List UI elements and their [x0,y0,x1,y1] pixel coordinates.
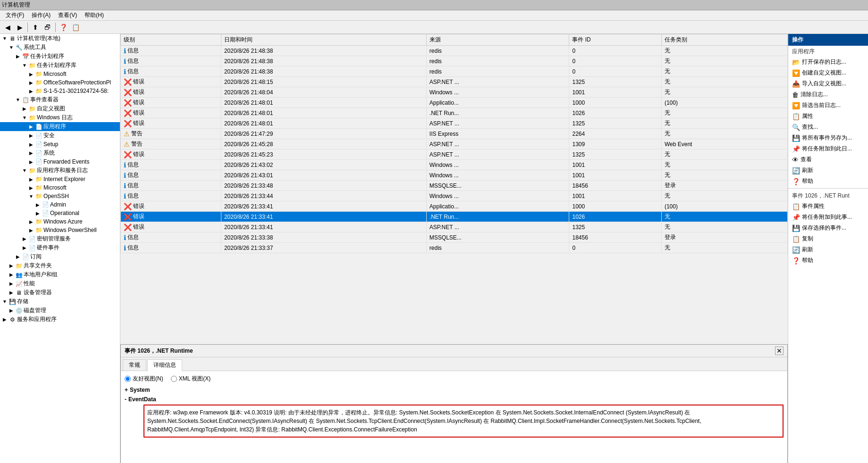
tab-general[interactable]: 常规 [123,359,146,371]
tree-toggle-hardware-events[interactable]: ▶ [21,244,28,252]
tree-node-setup-log[interactable]: ▶📄Setup [0,140,120,149]
radio-xml[interactable]: XML 视图(X) [171,375,211,383]
menu-help[interactable]: 帮助(H) [81,10,108,20]
tree-node-credential-manager[interactable]: ▶📄密钥管理服务 [0,234,120,243]
tree-node-local-users[interactable]: ▶👥本地用户和组 [0,270,120,279]
table-row[interactable]: ℹ信息2020/8/26 21:33:38MSSQLSE...18456登录 [121,232,788,243]
tree-node-windows-powershell[interactable]: ▶📁Windows PowerShell [0,226,120,234]
section-system-title[interactable]: + System [125,387,784,393]
table-row[interactable]: ℹ信息2020/8/26 21:48:38redis0无 [121,56,788,66]
tree-node-microsoft[interactable]: ▶📁Microsoft [0,70,120,78]
tree-node-disk-mgmt[interactable]: ▶💿磁盘管理 [0,306,120,315]
tree-node-hardware-events[interactable]: ▶📄硬件事件 [0,243,120,252]
tree-toggle-system-tools[interactable]: ▼ [8,44,15,51]
tree-toggle-microsoft[interactable]: ▶ [27,70,35,78]
tree-node-performance[interactable]: ▶📈性能 [0,279,120,288]
tree-toggle-computer[interactable]: ▼ [1,35,8,42]
right-event-action-[interactable]: ❓帮助 [788,255,868,266]
col-source[interactable]: 来源 [426,34,569,46]
tree-node-system-log[interactable]: ▶📄系统 [0,149,120,157]
table-row[interactable]: ℹ信息2020/8/26 21:43:01Windows ...1001无 [121,170,788,181]
table-row[interactable]: ℹ信息2020/8/26 21:33:48MSSQLSE...18456登录 [121,181,788,191]
tree-node-s-1-5[interactable]: ▶📁S-1-5-21-3021924724-58: [0,87,120,95]
menu-action[interactable]: 操作(A) [28,10,54,20]
tree-node-windows-logs[interactable]: ▼📁Windows 日志 [0,113,120,122]
table-row[interactable]: ℹ信息2020/8/26 21:48:38redis0无 [121,46,788,56]
tree-node-device-manager[interactable]: ▶🖥设备管理器 [0,288,120,297]
right-action-[interactable]: 💾将所有事件另存为... [788,132,868,143]
tree-node-microsoft2[interactable]: ▶📁Microsoft [0,183,120,192]
event-list[interactable]: 级别 日期和时间 来源 事件 ID 任务类别 ℹ信息2020/8/26 21:4… [120,34,788,344]
tree-toggle-event-viewer[interactable]: ▼ [14,96,22,104]
tree-toggle-forwarded[interactable]: ▶ [27,158,35,165]
right-action-[interactable]: 🔄刷新 [788,165,868,176]
right-action-[interactable]: 🔍查找... [788,122,868,132]
col-taskcategory[interactable]: 任务类别 [661,34,787,46]
properties-button[interactable]: 📋 [70,22,81,33]
back-button[interactable]: ◀ [2,22,13,33]
table-row[interactable]: ⚠警告2020/8/26 21:45:28ASP.NET ...1309Web … [121,139,788,149]
tree-toggle-operational[interactable]: ▶ [34,209,42,217]
tree-node-office-protection[interactable]: ▶📁OfficeSoftwareProtectionPl [0,78,120,87]
table-row[interactable]: ❌错误2020/8/26 21:33:41ASP.NET ...1325无 [121,222,788,232]
tree-node-storage[interactable]: ▼💾存储 [0,297,120,306]
table-row[interactable]: ℹ信息2020/8/26 21:48:38redis0无 [121,66,788,77]
tree-toggle-device-manager[interactable]: ▶ [8,289,15,297]
tree-node-system-tools[interactable]: ▼🔧系统工具 [0,43,120,52]
tree-toggle-setup-log[interactable]: ▶ [27,141,35,148]
tree-node-event-viewer[interactable]: ▼📋事件查看器 [0,95,120,104]
tree-toggle-system-log[interactable]: ▶ [27,149,35,157]
table-row[interactable]: ❌错误2020/8/26 21:45:23ASP.NET ...1325无 [121,149,788,160]
tree-toggle-shared-folders[interactable]: ▶ [8,262,15,270]
tree-toggle-subscription[interactable]: ▶ [14,253,22,261]
table-row[interactable]: ❌错误2020/8/26 21:48:04Windows ...1001无 [121,87,788,98]
tree-toggle-windows-powershell[interactable]: ▶ [27,226,35,234]
tree-toggle-app-service-logs[interactable]: ▼ [21,167,28,174]
tree-node-computer[interactable]: ▼🖥计算机管理(本地) [0,34,120,43]
tree-toggle-custom-views[interactable]: ▶ [21,105,28,113]
tree-node-subscription[interactable]: ▶📄订阅 [0,252,120,261]
table-row[interactable]: ❌错误2020/8/26 21:48:01.NET Run...1026无 [121,108,788,118]
tree-node-windows-azure[interactable]: ▶📁Windows Azure [0,217,120,226]
tree-toggle-task-lib[interactable]: ▼ [21,62,28,69]
right-action-[interactable]: 🔽创建自定义视图... [788,67,868,78]
menu-file[interactable]: 文件(F) [2,10,28,20]
help-button[interactable]: ❓ [58,22,69,33]
tree-node-ie[interactable]: ▶📁Internet Explorer [0,175,120,183]
radio-friendly-input[interactable] [125,376,131,382]
tree-node-app-service-logs[interactable]: ▼📁应用程序和服务日志 [0,166,120,175]
tree-toggle-security-log[interactable]: ▶ [27,132,35,140]
tree-toggle-credential-manager[interactable]: ▶ [21,235,28,243]
tree-toggle-microsoft2[interactable]: ▶ [27,184,35,191]
right-event-action-[interactable]: 💾保存选择的事件... [788,223,868,233]
right-action-[interactable]: 📌将任务附加到此日... [788,143,868,154]
table-row[interactable]: ℹ信息2020/8/26 21:33:44Windows ...1001无 [121,191,788,201]
tree-toggle-windows-azure[interactable]: ▶ [27,218,35,225]
tree-toggle-local-users[interactable]: ▶ [8,271,15,279]
table-row[interactable]: ❌错误2020/8/26 21:33:41.NET Run...1026无 [121,212,788,222]
right-action-[interactable]: 🗑清除日志... [788,89,868,100]
table-row[interactable]: ❌错误2020/8/26 21:48:01ASP.NET ...1325无 [121,118,788,129]
detail-close-button[interactable]: ✕ [775,347,784,355]
right-action-[interactable]: 📥导入自定义视图... [788,78,868,89]
tree-node-shared-folders[interactable]: ▶📁共享文件夹 [0,261,120,270]
up-button[interactable]: ⬆ [30,22,41,33]
table-row[interactable]: ❌错误2020/8/26 21:48:01Applicatio...1000(1… [121,98,788,108]
right-event-action-[interactable]: 📌将任务附加到此事... [788,212,868,223]
right-action-[interactable]: 📂打开保存的日志... [788,57,868,67]
tree-toggle-disk-mgmt[interactable]: ▶ [8,307,15,314]
table-row[interactable]: ❌错误2020/8/26 21:48:15ASP.NET ...1325无 [121,77,788,87]
right-event-action-[interactable]: 📋事件属性 [788,201,868,212]
table-row[interactable]: ⚠警告2020/8/26 21:47:29IIS Express2264无 [121,129,788,139]
right-action-[interactable]: ❓帮助 [788,176,868,187]
menu-view[interactable]: 查看(V) [54,10,81,20]
tree-node-task-scheduler[interactable]: ▶📅任务计划程序 [0,52,120,61]
tree-node-custom-views[interactable]: ▶📁自定义视图 [0,104,120,113]
tree-node-app-log[interactable]: ▶📄应用程序 [0,122,120,131]
right-action-[interactable]: 🔽筛选当前日志... [788,100,868,111]
tree-node-admin[interactable]: ▶📄Admin [0,200,120,209]
right-action-[interactable]: 👁查看 [788,154,868,165]
tree-toggle-office-protection[interactable]: ▶ [27,79,35,86]
right-action-[interactable]: 📋属性 [788,111,868,122]
right-event-action-[interactable]: 📋复制 [788,233,868,244]
